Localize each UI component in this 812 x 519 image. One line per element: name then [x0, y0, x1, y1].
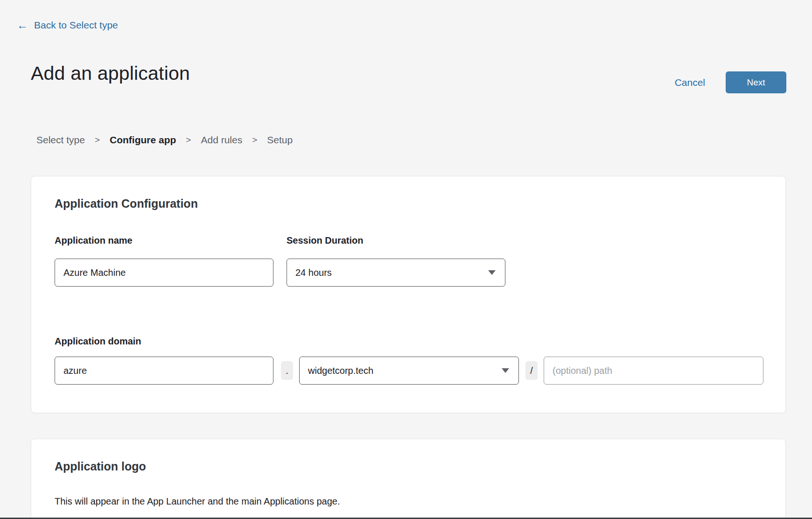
page-title: Add an application	[31, 63, 190, 84]
chevron-down-icon	[488, 270, 496, 275]
session-duration-select[interactable]: 24 hours	[287, 259, 505, 287]
application-domain-row: . widgetcorp.tech /	[55, 357, 763, 385]
application-domain-label: Application domain	[55, 336, 141, 347]
chevron-down-icon	[502, 368, 509, 373]
breadcrumb-step-configure-app[interactable]: Configure app	[110, 134, 176, 146]
session-duration-label: Session Duration	[287, 235, 363, 246]
path-input[interactable]	[544, 357, 763, 385]
back-arrow-icon: ←	[17, 20, 28, 31]
application-logo-description: This will appear in the App Launcher and…	[55, 496, 340, 507]
domain-select[interactable]: widgetcorp.tech	[299, 357, 519, 385]
header-actions: Cancel Next	[675, 71, 786, 93]
next-button[interactable]: Next	[726, 71, 786, 93]
application-configuration-card: Application Configuration Application na…	[31, 176, 786, 413]
application-configuration-heading: Application Configuration	[55, 197, 198, 210]
breadcrumb-separator: >	[252, 135, 257, 145]
cancel-button[interactable]: Cancel	[675, 77, 705, 88]
domain-dot-separator: .	[281, 361, 293, 380]
application-name-label: Application name	[55, 235, 133, 246]
application-logo-heading: Application logo	[55, 460, 146, 473]
breadcrumb-separator: >	[95, 135, 100, 145]
session-duration-value: 24 hours	[295, 267, 332, 278]
breadcrumb-separator: >	[186, 135, 191, 145]
application-logo-card: Application logo This will appear in the…	[31, 439, 786, 519]
back-link-label: Back to Select type	[34, 20, 118, 31]
subdomain-input[interactable]	[55, 357, 273, 385]
back-to-select-type-link[interactable]: ← Back to Select type	[17, 20, 118, 31]
breadcrumb-step-setup[interactable]: Setup	[267, 134, 293, 146]
breadcrumb: Select type > Configure app > Add rules …	[36, 134, 293, 146]
domain-slash-separator: /	[525, 361, 538, 380]
breadcrumb-step-select-type[interactable]: Select type	[36, 134, 85, 146]
application-name-input[interactable]	[55, 259, 273, 287]
breadcrumb-step-add-rules[interactable]: Add rules	[201, 134, 242, 146]
domain-select-value: widgetcorp.tech	[308, 365, 373, 376]
